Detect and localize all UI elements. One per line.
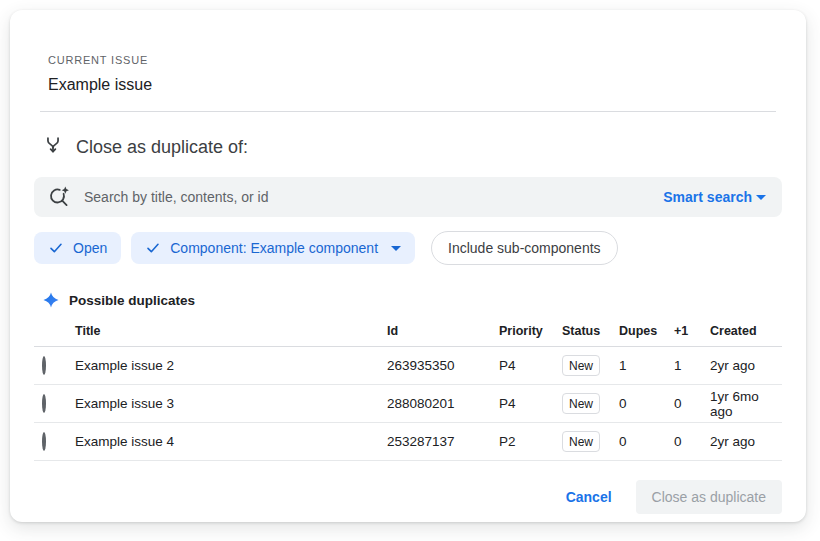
col-dupes: Dupes: [619, 324, 674, 338]
possible-duplicates-header: Possible duplicates: [34, 291, 782, 309]
check-icon: [48, 240, 64, 256]
current-issue-label: CURRENT ISSUE: [48, 54, 776, 66]
status-badge: New: [562, 393, 600, 414]
smart-search-dropdown[interactable]: Smart search: [663, 189, 766, 205]
row-title: Example issue 2: [75, 358, 387, 373]
row-dupes: 1: [619, 358, 674, 373]
dialog-body: Close as duplicate of: Smart search: [10, 112, 806, 461]
row-priority: P4: [499, 358, 562, 373]
filter-chip-component[interactable]: Component: Example component: [131, 232, 415, 264]
merge-icon: [42, 134, 64, 161]
duplicates-table-header: Title Id Priority Status Dupes +1 Create…: [34, 315, 782, 347]
duplicate-search-input[interactable]: [84, 189, 651, 205]
row-id: 288080201: [387, 396, 499, 411]
row-plus-one: 0: [674, 396, 710, 411]
filter-chip-open-label: Open: [73, 240, 107, 256]
current-issue-title: Example issue: [48, 76, 776, 94]
status-badge: New: [562, 431, 600, 452]
duplicate-search-bar: Smart search: [34, 177, 782, 217]
row-radio-button[interactable]: [42, 394, 46, 413]
row-radio-button[interactable]: [42, 356, 46, 375]
chevron-down-icon: [391, 246, 401, 251]
possible-duplicates-title: Possible duplicates: [69, 293, 195, 308]
search-sparkle-icon: [48, 185, 72, 209]
row-created: 1yr 6mo ago: [710, 389, 782, 419]
check-icon: [145, 240, 161, 256]
close-as-duplicate-button[interactable]: Close as duplicate: [636, 480, 782, 514]
row-plus-one: 0: [674, 434, 710, 449]
cancel-button[interactable]: Cancel: [552, 481, 626, 513]
table-row[interactable]: Example issue 3 288080201 P4 New 0 0 1yr…: [34, 385, 782, 423]
row-title: Example issue 3: [75, 396, 387, 411]
col-priority: Priority: [499, 324, 562, 338]
row-id: 253287137: [387, 434, 499, 449]
status-badge: New: [562, 355, 600, 376]
section-title: Close as duplicate of:: [34, 134, 782, 161]
row-dupes: 0: [619, 396, 674, 411]
filter-chip-open[interactable]: Open: [34, 232, 121, 264]
col-status: Status: [562, 324, 619, 338]
table-row[interactable]: Example issue 2 263935350 P4 New 1 1 2yr…: [34, 347, 782, 385]
include-subcomponents-button[interactable]: Include sub-components: [431, 231, 618, 265]
row-created: 2yr ago: [710, 434, 782, 449]
smart-search-label: Smart search: [663, 189, 752, 205]
col-plus-one: +1: [674, 324, 710, 338]
table-row[interactable]: Example issue 4 253287137 P2 New 0 0 2yr…: [34, 423, 782, 461]
row-dupes: 0: [619, 434, 674, 449]
col-created: Created: [710, 324, 782, 338]
filter-chip-component-label: Component: Example component: [170, 240, 378, 256]
row-created: 2yr ago: [710, 358, 782, 373]
row-priority: P2: [499, 434, 562, 449]
col-title: Title: [75, 324, 387, 338]
col-id: Id: [387, 324, 499, 338]
row-priority: P4: [499, 396, 562, 411]
sparkle-icon: [42, 291, 60, 309]
close-as-duplicate-dialog: CURRENT ISSUE Example issue Close as dup…: [10, 10, 806, 522]
row-id: 263935350: [387, 358, 499, 373]
row-radio-button[interactable]: [42, 432, 46, 451]
filter-chips-row: Open Component: Example component Includ…: [34, 231, 782, 265]
dialog-footer: Cancel Close as duplicate: [10, 480, 806, 522]
row-plus-one: 1: [674, 358, 710, 373]
section-title-text: Close as duplicate of:: [76, 137, 248, 158]
dialog-header: CURRENT ISSUE Example issue: [10, 10, 806, 94]
row-title: Example issue 4: [75, 434, 387, 449]
chevron-down-icon: [756, 195, 766, 200]
